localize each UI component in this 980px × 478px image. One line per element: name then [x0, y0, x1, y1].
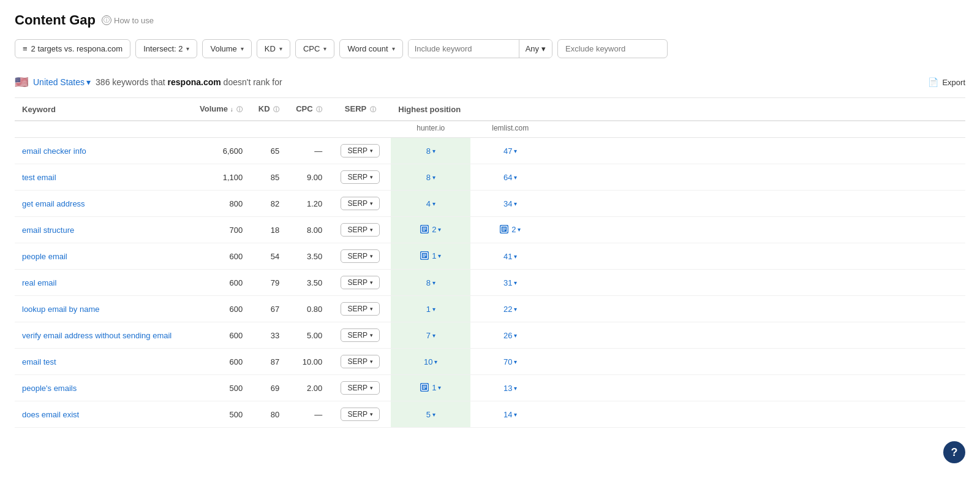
serp-button[interactable]: SERP ▾: [341, 223, 380, 237]
position-value: 1: [432, 383, 436, 392]
keyword-link[interactable]: test email: [22, 173, 56, 182]
keyword-link[interactable]: does email exist: [22, 410, 79, 419]
position-value: 1: [426, 305, 431, 314]
info-text: 386 keywords that respona.com doesn't ra…: [96, 77, 282, 87]
keyword-link[interactable]: email checker info: [22, 146, 86, 156]
info-icon: ⓘ: [236, 106, 243, 113]
position-value: 31: [503, 278, 512, 287]
include-keyword-input[interactable]: [409, 40, 519, 58]
keyword-link[interactable]: real email: [22, 278, 56, 287]
keyword-link[interactable]: lookup email by name: [22, 305, 99, 314]
position-value: 13: [503, 384, 512, 393]
position-arrow-icon: ▾: [438, 226, 441, 233]
kd-cell: 54: [250, 243, 287, 270]
keyword-link[interactable]: email structure: [22, 226, 74, 235]
export-button[interactable]: 📄 Export: [928, 77, 965, 87]
position-value: 70: [503, 357, 512, 366]
exclude-keyword-input[interactable]: [557, 39, 668, 58]
volume-cell: 600: [192, 243, 250, 270]
hunter-position-cell: 8▾: [391, 164, 470, 191]
position-arrow-icon: ▾: [514, 385, 517, 392]
position-value: 7: [426, 331, 431, 340]
position-arrow-icon: ▾: [432, 174, 435, 181]
serp-cell: SERP ▾: [330, 270, 391, 296]
serp-button[interactable]: SERP ▾: [341, 197, 380, 210]
position-value: 8: [426, 278, 431, 287]
targets-button[interactable]: ≡ 2 targets vs. respona.com: [15, 39, 130, 58]
chevron-down-icon: ▾: [392, 45, 395, 52]
serp-button[interactable]: SERP ▾: [341, 144, 380, 157]
kd-button[interactable]: KD ▾: [257, 39, 290, 58]
serp-cell: SERP ▾: [330, 191, 391, 217]
position-value: 8: [426, 173, 431, 182]
hunter-position-cell: 1▾: [391, 243, 470, 270]
keyword-link[interactable]: people's emails: [22, 384, 77, 393]
serp-button[interactable]: SERP ▾: [341, 249, 380, 263]
volume-cell: 500: [192, 375, 250, 401]
serp-cell: SERP ▾: [330, 138, 391, 164]
table-row: people email600543.50SERP ▾1▾41▾: [15, 243, 965, 270]
chevron-down-icon: ▾: [370, 253, 373, 259]
chevron-down-icon: ▾: [370, 148, 373, 154]
volume-cell: 600: [192, 270, 250, 296]
lemlist-position-cell: 41▾: [470, 243, 550, 270]
serp-button[interactable]: SERP ▾: [341, 302, 380, 316]
chevron-down-icon: ▾: [370, 358, 373, 365]
kd-cell: 65: [250, 138, 287, 164]
info-icon: ⓘ: [102, 15, 111, 25]
featured-snippet-icon: [500, 225, 508, 233]
hunter-position-cell: 7▾: [391, 322, 470, 349]
intersect-button[interactable]: Intersect: 2 ▾: [135, 39, 197, 58]
cpc-cell: —: [287, 138, 330, 164]
volume-cell: 700: [192, 217, 250, 243]
serp-cell: SERP ▾: [330, 217, 391, 243]
col-header-volume[interactable]: Volume ↓ ⓘ: [192, 98, 250, 121]
hunter-position-cell: 10▾: [391, 349, 470, 375]
how-to-use-link[interactable]: ⓘ How to use: [102, 15, 154, 25]
cpc-cell: 5.00: [287, 322, 330, 349]
chevron-down-icon: ▾: [279, 45, 282, 52]
serp-button[interactable]: SERP ▾: [341, 328, 380, 342]
word-count-button[interactable]: Word count ▾: [339, 39, 402, 58]
position-value: 5: [426, 410, 431, 419]
cpc-cell: 10.00: [287, 349, 330, 375]
col-header-serp[interactable]: SERP ⓘ: [330, 98, 391, 121]
filter-icon: ≡: [23, 44, 28, 53]
serp-button[interactable]: SERP ▾: [341, 170, 380, 184]
include-any-dropdown[interactable]: Any ▾: [519, 40, 552, 58]
position-arrow-icon: ▾: [438, 252, 441, 259]
col-header-kd[interactable]: KD ⓘ: [250, 98, 287, 121]
keyword-link[interactable]: verify email address without sending ema…: [22, 331, 172, 340]
serp-button[interactable]: SERP ▾: [341, 355, 380, 368]
table-row: email checker info6,60065—SERP ▾8▾47▾: [15, 138, 965, 164]
export-icon: 📄: [928, 77, 938, 87]
table-header-row: Keyword Volume ↓ ⓘ KD ⓘ CPC ⓘ SERP ⓘ: [15, 98, 965, 121]
position-arrow-icon: ▾: [514, 411, 517, 418]
info-bar: 🇺🇸 United States ▾ 386 keywords that res…: [15, 69, 965, 98]
serp-button[interactable]: SERP ▾: [341, 276, 380, 289]
position-arrow-icon: ▾: [438, 384, 441, 391]
keyword-link[interactable]: email test: [22, 357, 56, 366]
featured-snippet-icon: [420, 251, 429, 260]
keyword-link[interactable]: people email: [22, 252, 67, 261]
col-header-cpc[interactable]: CPC ⓘ: [287, 98, 330, 121]
position-arrow-icon: ▾: [432, 306, 435, 313]
serp-cell: SERP ▾: [330, 375, 391, 401]
volume-button[interactable]: Volume ▾: [202, 39, 251, 58]
position-arrow-icon: ▾: [514, 253, 517, 260]
country-selector[interactable]: United States ▾: [33, 77, 91, 87]
serp-button[interactable]: SERP ▾: [341, 381, 380, 395]
cpc-cell: 8.00: [287, 217, 330, 243]
page-title: Content Gap: [15, 12, 96, 28]
position-arrow-icon: ▾: [432, 279, 435, 286]
position-value: 2: [511, 225, 516, 234]
lemlist-position-cell: 31▾: [470, 270, 550, 296]
serp-cell: SERP ▾: [330, 243, 391, 270]
help-button[interactable]: ?: [943, 441, 965, 463]
serp-button[interactable]: SERP ▾: [341, 408, 380, 421]
cpc-button[interactable]: CPC ▾: [295, 39, 334, 58]
position-value: 14: [503, 410, 512, 419]
us-flag-icon: 🇺🇸: [15, 75, 28, 89]
keyword-link[interactable]: get email address: [22, 199, 85, 208]
hunter-position-cell: 8▾: [391, 138, 470, 164]
